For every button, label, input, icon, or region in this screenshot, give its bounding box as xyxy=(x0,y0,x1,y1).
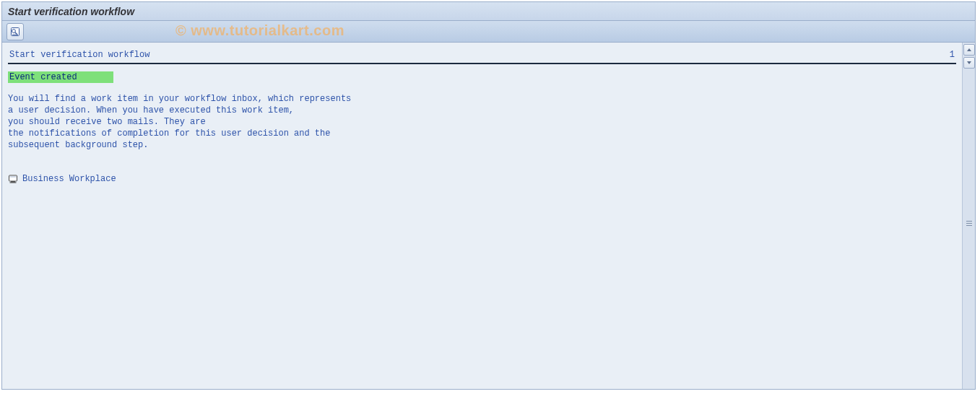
watermark-text: © www.tutorialkart.com xyxy=(175,22,344,39)
title-bar: Start verification workflow xyxy=(2,2,975,21)
business-workplace-label: Business Workplace xyxy=(22,174,116,184)
page-title: Start verification workflow xyxy=(8,6,134,17)
content-area: Start verification workflow 1 Event crea… xyxy=(2,43,962,389)
body-line: the notifications of completion for this… xyxy=(8,128,962,139)
content-wrap: Start verification workflow 1 Event crea… xyxy=(2,43,975,389)
divider xyxy=(8,63,956,64)
svg-rect-7 xyxy=(10,182,17,183)
business-workplace-link[interactable]: Business Workplace xyxy=(8,174,962,184)
body-line: You will find a work item in your workfl… xyxy=(8,93,962,105)
body-line: you should receive two mails. They are xyxy=(8,116,962,128)
list-heading: Start verification workflow xyxy=(9,50,149,60)
status-badge: Event created xyxy=(8,71,113,83)
details-button[interactable] xyxy=(6,23,24,40)
toolbar: © www.tutorialkart.com xyxy=(2,21,975,43)
body-line: subsequent background step. xyxy=(8,139,962,151)
chevron-up-icon xyxy=(966,48,972,52)
scroll-down-button[interactable] xyxy=(963,57,975,69)
list-header: Start verification workflow 1 xyxy=(2,43,962,61)
scroll-grip-icon[interactable] xyxy=(966,214,973,232)
list-count: 1 xyxy=(950,50,955,60)
body-line: a user decision. When you have executed … xyxy=(8,105,962,116)
scroll-up-button[interactable] xyxy=(963,44,975,56)
app-window: Start verification workflow © www.tutori… xyxy=(1,1,976,390)
vertical-scrollbar[interactable] xyxy=(962,43,975,389)
details-icon xyxy=(10,27,20,37)
chevron-down-icon xyxy=(966,61,972,65)
workplace-icon xyxy=(8,174,18,184)
svg-rect-6 xyxy=(11,181,15,183)
svg-rect-5 xyxy=(10,176,17,178)
